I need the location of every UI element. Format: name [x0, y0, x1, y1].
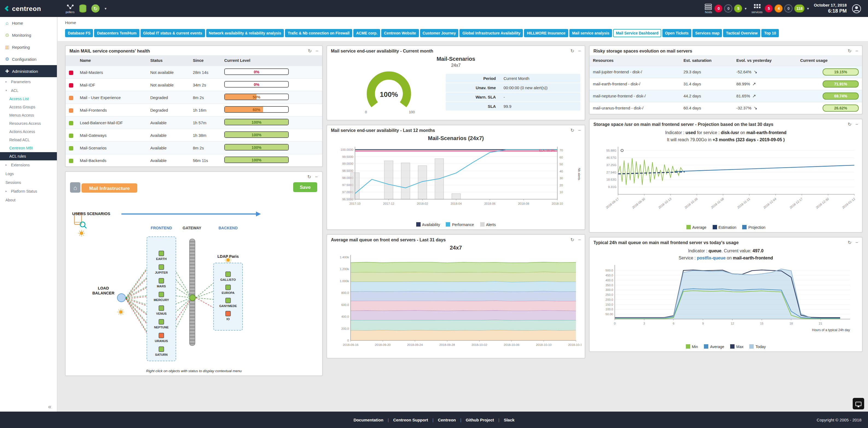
tab-hillmore-insurance[interactable]: HILLMORE Insurance [524, 29, 568, 37]
sync-icon[interactable]: ↻ [91, 4, 99, 12]
node-europa[interactable]: EUROPA [216, 285, 240, 294]
summary-row-warn-sla: Warn. SLA- [446, 92, 580, 102]
tab-trafic-nb-connection-on-firewall[interactable]: Trafic & Nb connection on Firewall [285, 29, 352, 37]
node-ganymede[interactable]: GANYMEDE [216, 298, 240, 308]
hosts-badge-up[interactable]: 5 [734, 4, 742, 12]
refresh-icon[interactable]: ↻ [307, 175, 311, 179]
collapse-icon[interactable]: − [578, 49, 581, 53]
collapse-icon[interactable]: − [856, 49, 858, 53]
hosts-badge-unreachable[interactable]: 0 [724, 4, 733, 12]
sidebar-item-sessions[interactable]: Sessions [0, 178, 57, 187]
footer-link-slack[interactable]: Slack [504, 417, 515, 422]
gateway-node[interactable] [189, 294, 196, 301]
node-jupiter[interactable]: JUPITER [149, 264, 174, 274]
tab-services-map[interactable]: Services map [692, 29, 722, 37]
sidebar-collapse-button[interactable]: « [48, 403, 52, 410]
breadcrumb-home-link[interactable]: Home [65, 20, 76, 25]
infrastructure-badge[interactable]: Mail Infrastructure [82, 183, 137, 193]
services-chevron-icon[interactable]: ▾ [807, 6, 809, 11]
refresh-icon[interactable]: ↻ [848, 122, 851, 127]
footer-link-centreon[interactable]: Centreon [438, 417, 456, 422]
tab-mail-service-dashboard[interactable]: Mail Service Dashboard [613, 29, 661, 37]
sidebar-item-resources-access[interactable]: Resources Access [0, 119, 57, 127]
refresh-icon[interactable]: ↻ [848, 240, 851, 245]
sidebar-item-logs[interactable]: Logs [0, 169, 57, 178]
sidebar-item-about[interactable]: About [0, 195, 57, 204]
tab-tactical-overview[interactable]: Tactical Overview [723, 29, 760, 37]
services-badge-unknown[interactable]: 0 [784, 4, 793, 12]
collapse-icon[interactable]: − [578, 128, 581, 133]
sidebar-item-acl-rules[interactable]: ACL rules [0, 152, 57, 160]
refresh-icon[interactable]: ↻ [570, 49, 574, 53]
tab-top-10[interactable]: Top 10 [761, 29, 779, 37]
tab-open-tickets[interactable]: Open Tickets [662, 29, 691, 37]
sidebar-item-access-groups[interactable]: Access Groups [0, 103, 57, 111]
refresh-icon[interactable]: ↻ [570, 237, 574, 242]
refresh-icon[interactable]: ↻ [308, 49, 312, 53]
sidebar-item-reload-acl[interactable]: Reload ACL [0, 136, 57, 144]
pollers-menu[interactable]: pollers [66, 4, 74, 13]
centreon-logo[interactable]: centreon [0, 5, 60, 12]
refresh-icon[interactable]: ↻ [848, 49, 851, 53]
node-earth[interactable]: EARTH [149, 251, 174, 260]
sidebar-item-centreon-mbi[interactable]: Centreon MBI [0, 144, 57, 152]
home-icon[interactable]: ⌂ [70, 182, 81, 193]
sidebar-item-reporting[interactable]: ▥Reporting [0, 41, 57, 53]
collapse-icon[interactable]: − [316, 49, 318, 53]
pollers-chevron-icon[interactable]: ▾ [104, 6, 106, 11]
node-neptune[interactable]: NEPTUNE [149, 319, 174, 329]
svg-text:21: 21 [819, 322, 822, 325]
tab-mail-service-analysis[interactable]: Mail service analysis [569, 29, 612, 37]
refresh-icon[interactable]: ↻ [570, 128, 574, 133]
tab-global-it-status-current-events[interactable]: Global IT status & current events [140, 29, 205, 37]
sidebar-item-administration[interactable]: ✚Administration [0, 65, 57, 77]
footer-link-documentation[interactable]: Documentation [353, 417, 383, 422]
collapse-icon[interactable]: − [578, 237, 581, 242]
sidebar-item-extensions[interactable]: ▸Extensions [0, 160, 57, 169]
save-button[interactable]: Save [293, 182, 317, 192]
tab-customer-journey[interactable]: Customer Journey [420, 29, 459, 37]
node-io[interactable]: IO [216, 311, 240, 321]
tab-acme-corp[interactable]: ACME corp. [353, 29, 380, 37]
sidebar-item-configuration[interactable]: ⚙Configuration [0, 53, 57, 65]
svg-text:27.94G: 27.94G [606, 171, 616, 174]
collapse-icon[interactable]: − [856, 122, 858, 127]
sidebar-item-home[interactable]: ⌂Home [0, 17, 57, 29]
node-uranus[interactable]: URANUS [149, 333, 174, 343]
hosts-menu[interactable]: hosts [705, 4, 712, 13]
node-mercury[interactable]: MERCURY [149, 292, 174, 302]
user-profile-icon[interactable] [851, 4, 862, 13]
collapse-icon[interactable]: − [315, 175, 318, 179]
sidebar-item-monitoring[interactable]: ⊙Monitoring [0, 29, 57, 41]
node-mars[interactable]: MARS [149, 278, 174, 288]
sidebar-item-platform-status[interactable]: ▸Platform Status [0, 187, 57, 195]
services-badge-ok[interactable]: 118 [794, 4, 805, 12]
sidebar-item-access-list[interactable]: Access List [0, 95, 57, 103]
panel-mail-infrastructure: ↻ − ⌂ Mail Infrastructure Save USERS SCE… [65, 171, 323, 376]
sidebar-item-actions-access[interactable]: Actions Access [0, 127, 57, 136]
gateway-bar[interactable] [189, 239, 195, 346]
level-bar: 100% [224, 131, 289, 138]
database-icon[interactable] [79, 4, 86, 12]
services-badge-critical[interactable]: 5 [765, 4, 773, 12]
tab-global-infrastructure-availability[interactable]: Global Infrastructure Availability [460, 29, 523, 37]
sidebar-item-menus-access[interactable]: Menus Access [0, 111, 57, 119]
hosts-badge-down[interactable]: 0 [715, 4, 723, 12]
tab-datacenters-tem-hum[interactable]: Datacenters Tem/Hum [94, 29, 140, 37]
tab-database-fs[interactable]: Database FS [65, 29, 93, 37]
services-badge-warning[interactable]: 4 [774, 4, 783, 12]
collapse-icon[interactable]: − [856, 240, 858, 245]
services-menu[interactable]: services [751, 4, 763, 13]
node-venus[interactable]: VENUS [149, 306, 174, 315]
node-saturn[interactable]: SATURN [149, 346, 174, 356]
node-gallisto[interactable]: GALLISTO [216, 272, 240, 281]
sidebar-item-parameters[interactable]: ▸Parameters [0, 77, 57, 86]
status-square [69, 70, 73, 75]
hosts-chevron-icon[interactable]: ▾ [745, 6, 747, 11]
display-mode-button[interactable] [853, 398, 864, 409]
tab-network-availability-reliability-analysis[interactable]: Network availability & reliability analy… [206, 29, 284, 37]
footer-link-github-project[interactable]: Github Project [466, 417, 494, 422]
footer-link-centreon-support[interactable]: Centreon Support [393, 417, 428, 422]
tab-centreon-website[interactable]: Centreon Website [381, 29, 419, 37]
sidebar-item-acl[interactable]: ▾ACL [0, 86, 57, 95]
